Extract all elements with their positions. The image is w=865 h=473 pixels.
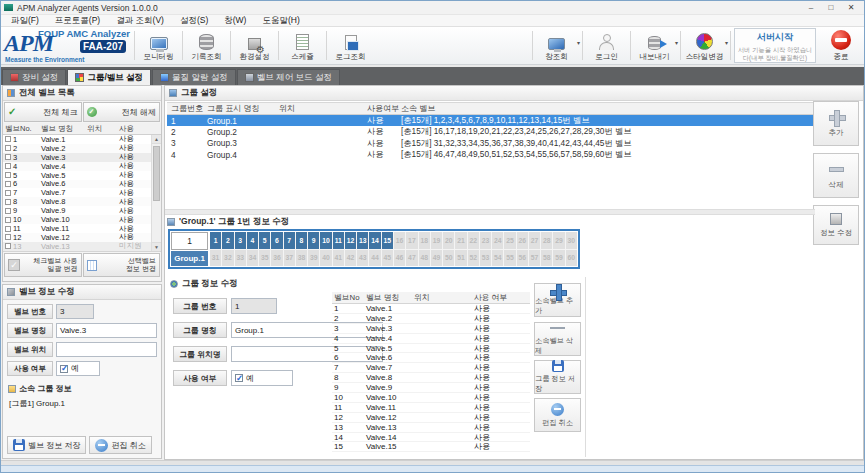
valve-cell[interactable]: 32 xyxy=(222,250,233,267)
valve-cell[interactable]: 35 xyxy=(259,250,270,267)
valve-cell[interactable]: 16 xyxy=(394,232,405,249)
group-edit-button[interactable]: 정보 수정 xyxy=(813,205,859,245)
toolbar-button-로그조회[interactable]: 로그조회 xyxy=(328,27,373,64)
valve-cell[interactable]: 12 xyxy=(345,232,356,249)
menu-item[interactable]: 설정(S) xyxy=(172,15,216,27)
row-checkbox[interactable] xyxy=(5,217,11,223)
valve-cell[interactable]: 21 xyxy=(455,232,466,249)
valve-cell[interactable]: 14 xyxy=(369,232,380,249)
valve-cell[interactable]: 17 xyxy=(406,232,417,249)
menu-item[interactable]: 프로토콜(P) xyxy=(47,15,108,27)
valve-cell[interactable]: 5 xyxy=(259,232,270,249)
valve-cell[interactable]: 38 xyxy=(296,250,307,267)
valve-cell[interactable]: 15 xyxy=(382,232,393,249)
valve-cell[interactable]: 41 xyxy=(333,250,344,267)
row-checkbox[interactable] xyxy=(5,199,11,205)
valve-cell[interactable]: 13 xyxy=(357,232,368,249)
valve-cell[interactable]: 55 xyxy=(504,250,515,267)
chevron-down-icon[interactable]: ▾ xyxy=(577,39,580,46)
valve-cell[interactable]: 51 xyxy=(455,250,466,267)
valve-table-scrollbar[interactable]: ▲ ▼ xyxy=(151,135,161,251)
valve-cell[interactable]: 49 xyxy=(431,250,442,267)
valve-cell[interactable]: 19 xyxy=(431,232,442,249)
valve-location-field[interactable] xyxy=(56,342,157,357)
valve-cancel-button[interactable]: 편집 취소 xyxy=(89,436,151,454)
valve-name-field[interactable]: Valve.3 xyxy=(56,323,157,338)
valve-cell[interactable]: 34 xyxy=(247,250,258,267)
toolbar-button-로그인[interactable]: 로그인 xyxy=(584,27,629,64)
row-checkbox[interactable] xyxy=(5,226,11,232)
check-all-button[interactable]: ✓ 전체 체크 xyxy=(4,102,82,122)
uncheck-all-button[interactable]: ✓ 전체 해제 xyxy=(83,102,161,122)
table-row[interactable]: 15Valve.15사용 xyxy=(332,442,530,452)
toolbar-button-스타일변경[interactable]: 스타일변경 xyxy=(682,27,727,64)
valve-cell[interactable]: 44 xyxy=(369,250,380,267)
tab-그룹/벨브 설정[interactable]: 그룹/벨브 설정 xyxy=(67,69,151,85)
valve-cell[interactable]: 9 xyxy=(308,232,319,249)
row-checkbox[interactable] xyxy=(5,136,11,142)
row-checkbox[interactable] xyxy=(5,172,11,178)
valve-cell[interactable]: 4 xyxy=(247,232,258,249)
member-valve-delete-button[interactable]: 소속벨브 삭제 xyxy=(534,322,581,356)
checkbox-icon[interactable] xyxy=(235,374,243,382)
row-checkbox[interactable] xyxy=(5,243,11,249)
valve-cell[interactable]: 18 xyxy=(419,232,430,249)
selected-change-button[interactable]: 선택벨브 정보 변경 xyxy=(83,253,161,277)
valve-cell[interactable]: 7 xyxy=(284,232,295,249)
valve-cell[interactable]: 43 xyxy=(357,250,368,267)
valve-cell[interactable]: 25 xyxy=(504,232,515,249)
valve-cell[interactable]: 58 xyxy=(541,250,552,267)
menu-item[interactable]: 결과 조회(V) xyxy=(108,15,172,27)
menu-item[interactable]: 파일(F) xyxy=(3,15,47,27)
row-checkbox[interactable] xyxy=(5,154,11,160)
scroll-up-arrow-icon[interactable]: ▲ xyxy=(152,135,161,144)
valve-cell[interactable]: 28 xyxy=(541,232,552,249)
valve-cell[interactable]: 26 xyxy=(517,232,528,249)
valve-cell[interactable]: 39 xyxy=(308,250,319,267)
valve-cell[interactable]: 2 xyxy=(222,232,233,249)
row-checkbox[interactable] xyxy=(5,208,11,214)
valve-cell[interactable]: 46 xyxy=(394,250,405,267)
valve-cell[interactable]: 30 xyxy=(566,232,577,249)
valve-cell[interactable]: 57 xyxy=(529,250,540,267)
toolbar-button-환경설정[interactable]: 환경설정 xyxy=(232,27,277,64)
valve-cell[interactable]: 8 xyxy=(296,232,307,249)
valve-cell[interactable]: 53 xyxy=(480,250,491,267)
scrollbar-thumb[interactable] xyxy=(153,146,160,201)
valve-cell[interactable]: 37 xyxy=(284,250,295,267)
menu-item[interactable]: 창(W) xyxy=(216,15,254,27)
group-cancel-button[interactable]: 편집 취소 xyxy=(534,398,581,432)
valve-use-checkbox[interactable]: 예 xyxy=(56,361,100,376)
toolbar-button-내보내기[interactable]: 내보내기 xyxy=(632,27,677,64)
menu-item[interactable]: 도움말(H) xyxy=(254,15,307,27)
valve-cell[interactable]: 59 xyxy=(553,250,564,267)
row-checkbox[interactable] xyxy=(5,145,11,151)
valve-cell[interactable]: 40 xyxy=(320,250,331,267)
tab-벨브 제어 보드 설정[interactable]: 벨브 제어 보드 설정 xyxy=(237,69,340,85)
row-checkbox[interactable] xyxy=(5,181,11,187)
valve-cell[interactable]: 3 xyxy=(235,232,246,249)
chevron-down-icon[interactable]: ▾ xyxy=(675,39,678,46)
row-checkbox[interactable] xyxy=(5,190,11,196)
close-button[interactable]: ✕ xyxy=(841,1,861,14)
valve-cell[interactable]: 50 xyxy=(443,250,454,267)
toolbar-button-모니터링[interactable]: 모니터링 xyxy=(136,27,181,64)
table-row[interactable]: 2Group.2사용[총15개] 16,17,18,19,20,21,22,23… xyxy=(167,126,813,137)
chevron-down-icon[interactable]: ▾ xyxy=(725,39,728,46)
scroll-down-arrow-icon[interactable]: ▼ xyxy=(152,242,161,251)
valve-cell[interactable]: 24 xyxy=(492,232,503,249)
valve-cell[interactable]: 33 xyxy=(235,250,246,267)
checkbox-icon[interactable] xyxy=(60,365,68,373)
valve-cell[interactable]: 1 xyxy=(210,232,221,249)
valve-cell[interactable]: 36 xyxy=(271,250,282,267)
table-row[interactable]: 3Group.3사용[총15개] 31,32,33,34,35,36,37,38… xyxy=(167,138,813,149)
valve-cell[interactable]: 48 xyxy=(419,250,430,267)
valve-cell[interactable]: 27 xyxy=(529,232,540,249)
row-checkbox[interactable] xyxy=(5,234,11,240)
row-checkbox[interactable] xyxy=(5,163,11,169)
valve-cell[interactable]: 45 xyxy=(382,250,393,267)
group-save-button[interactable]: 그룹 정보 저장 xyxy=(534,360,581,394)
server-start-panel[interactable]: 서버시작 서버 기능을 시작 하였습니다(내부 장비,물질확인) xyxy=(734,28,816,63)
valve-cell[interactable]: 56 xyxy=(517,250,528,267)
valve-save-button[interactable]: 벨브 정보 저장 xyxy=(7,436,86,454)
